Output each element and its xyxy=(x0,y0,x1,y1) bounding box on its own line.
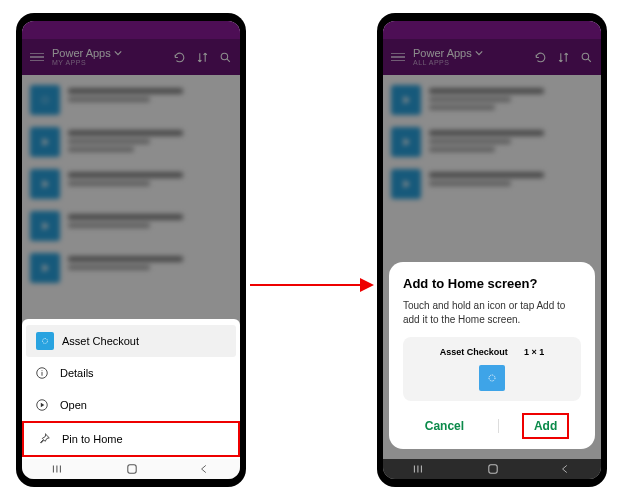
preview-app-icon xyxy=(479,365,505,391)
pin-to-home-row[interactable]: Pin to Home xyxy=(22,421,240,457)
info-icon xyxy=(34,365,50,381)
cancel-button[interactable]: Cancel xyxy=(415,415,474,437)
widget-preview[interactable]: Asset Checkout 1 × 1 xyxy=(403,337,581,401)
action-separator xyxy=(498,419,499,433)
sheet-header: Asset Checkout xyxy=(26,325,236,357)
home-button[interactable] xyxy=(486,462,500,476)
back-button[interactable] xyxy=(559,463,571,475)
home-button[interactable] xyxy=(125,462,139,476)
play-icon xyxy=(34,397,50,413)
svg-rect-5 xyxy=(128,465,136,473)
svg-point-7 xyxy=(489,375,495,381)
phone-right: Power Apps ALL APPS Add to Home s xyxy=(377,13,607,487)
context-menu-sheet: Asset Checkout Details Open Pin to Home xyxy=(22,319,240,459)
flow-arrow xyxy=(250,278,374,282)
android-nav-bar xyxy=(383,459,601,479)
add-button[interactable]: Add xyxy=(522,413,569,439)
open-label: Open xyxy=(60,399,87,411)
preview-app-name: Asset Checkout xyxy=(440,347,508,357)
details-label: Details xyxy=(60,367,94,379)
open-row[interactable]: Open xyxy=(22,389,240,421)
recents-button[interactable] xyxy=(413,463,427,475)
back-button[interactable] xyxy=(198,463,210,475)
add-to-home-dialog: Add to Home screen? Touch and hold an ic… xyxy=(389,262,595,449)
dialog-title: Add to Home screen? xyxy=(403,276,581,291)
phone-left: Power Apps MY APPS xyxy=(16,13,246,487)
dialog-message: Touch and hold an icon or tap Add to add… xyxy=(403,299,581,327)
svg-point-2 xyxy=(43,339,48,344)
recents-button[interactable] xyxy=(52,463,66,475)
android-nav-bar xyxy=(22,459,240,479)
app-tile-icon xyxy=(36,332,54,350)
sheet-title: Asset Checkout xyxy=(62,335,139,347)
svg-rect-8 xyxy=(489,465,497,473)
pin-label: Pin to Home xyxy=(62,433,123,445)
pin-icon xyxy=(36,431,52,447)
details-row[interactable]: Details xyxy=(22,357,240,389)
preview-size: 1 × 1 xyxy=(524,347,544,357)
